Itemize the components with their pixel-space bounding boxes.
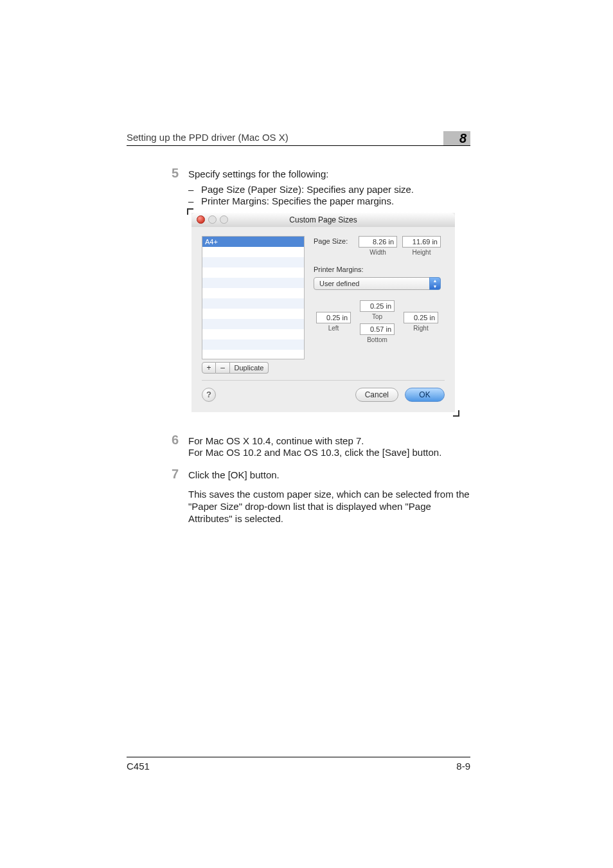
header-rule xyxy=(127,145,470,146)
step-6-line2: For Mac OS 10.2 and Mac OS 10.3, click t… xyxy=(188,447,465,459)
running-header-title: Setting up the PPD driver (Mac OS X) xyxy=(127,132,289,143)
step-5-bullet-2: –Printer Margins: Specifies the paper ma… xyxy=(188,195,471,206)
step-5-text: Specify settings for the following: xyxy=(188,168,465,181)
page-height-field[interactable]: 11.69 in xyxy=(402,236,441,248)
cancel-button[interactable]: Cancel xyxy=(355,388,398,402)
page: Setting up the PPD driver (Mac OS X) 8 5… xyxy=(0,0,613,868)
bullet-text: Page Size (Paper Size): Specifies any pa… xyxy=(201,184,414,195)
size-list[interactable]: A4+ xyxy=(202,236,305,359)
margin-top-field[interactable]: 0.25 in xyxy=(360,300,395,312)
ok-button[interactable]: OK xyxy=(405,388,445,402)
margin-bottom-label: Bottom xyxy=(360,336,395,343)
step-5-number: 5 xyxy=(166,166,179,181)
footer-rule xyxy=(127,757,470,757)
duplicate-button[interactable]: Duplicate xyxy=(230,362,269,374)
margin-top-label: Top xyxy=(360,313,395,320)
list-item[interactable] xyxy=(202,309,304,319)
printer-margins-label: Printer Margins: xyxy=(314,266,364,273)
chevron-updown-icon xyxy=(429,277,441,290)
bullet-dash: – xyxy=(188,184,201,195)
list-item[interactable] xyxy=(202,267,304,278)
list-item-selected[interactable]: A4+ xyxy=(202,237,304,247)
margin-right-field[interactable]: 0.25 in xyxy=(404,312,438,323)
margins-dropdown[interactable]: User defined xyxy=(314,277,441,290)
step-7-number: 7 xyxy=(166,467,179,482)
bullet-text: Printer Margins: Specifies the paper mar… xyxy=(201,195,394,206)
close-icon[interactable] xyxy=(197,215,205,224)
list-item[interactable] xyxy=(202,329,304,339)
window-title: Custom Page Sizes xyxy=(191,213,455,227)
list-item[interactable] xyxy=(202,350,304,359)
footer-page-number: 8-9 xyxy=(456,761,470,772)
list-controls: + – Duplicate xyxy=(202,362,269,374)
separator xyxy=(202,380,445,381)
dialog-window: Custom Page Sizes A4+ xyxy=(191,213,455,412)
chapter-number: 8 xyxy=(459,131,466,145)
chapter-badge: 8 xyxy=(443,131,470,146)
footer-model: C451 xyxy=(127,761,150,772)
remove-button[interactable]: – xyxy=(216,362,230,374)
step-5-bullet-1: –Page Size (Paper Size): Specifies any p… xyxy=(188,184,471,195)
help-button[interactable]: ? xyxy=(202,388,216,402)
list-item[interactable] xyxy=(202,319,304,329)
step-7-line1: Click the [OK] button. xyxy=(188,469,465,482)
margins-dropdown-value: User defined xyxy=(319,280,359,287)
margin-left-label: Left xyxy=(316,325,351,332)
dialog-body: A4+ + – Duplicate xyxy=(191,227,455,412)
page-size-label: Page Size: xyxy=(314,237,348,245)
add-button[interactable]: + xyxy=(202,362,216,374)
list-item[interactable] xyxy=(202,247,304,257)
list-item[interactable] xyxy=(202,278,304,288)
list-item[interactable] xyxy=(202,257,304,267)
step-6-number: 6 xyxy=(166,433,179,448)
dialog-screenshot-frame: Custom Page Sizes A4+ xyxy=(188,210,458,415)
minimize-icon[interactable] xyxy=(208,215,217,224)
bullet-dash: – xyxy=(188,195,201,206)
list-item[interactable] xyxy=(202,298,304,309)
page-width-label: Width xyxy=(359,249,397,256)
titlebar: Custom Page Sizes xyxy=(191,213,455,228)
list-item[interactable] xyxy=(202,288,304,298)
step-6-line1: For Mac OS X 10.4, continue with step 7. xyxy=(188,435,465,448)
margin-bottom-field[interactable]: 0.57 in xyxy=(360,323,395,335)
margin-right-label: Right xyxy=(404,325,438,332)
list-item[interactable] xyxy=(202,339,304,350)
step-7-para: This saves the custom paper size, which … xyxy=(188,489,470,525)
zoom-icon[interactable] xyxy=(220,215,228,224)
margin-left-field[interactable]: 0.25 in xyxy=(316,312,351,323)
page-width-field[interactable]: 8.26 in xyxy=(359,236,397,248)
page-height-label: Height xyxy=(402,249,441,256)
